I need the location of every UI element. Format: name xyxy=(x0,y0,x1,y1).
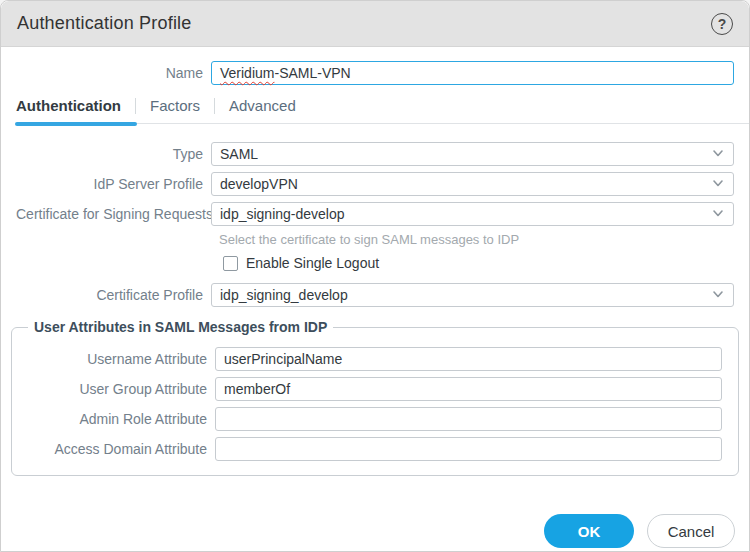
question-mark-glyph: ? xyxy=(718,16,727,32)
type-select[interactable]: SAML xyxy=(211,142,734,166)
certificate-hint-text: Select the certificate to sign SAML mess… xyxy=(211,232,734,247)
enable-single-logout-checkbox[interactable] xyxy=(223,256,238,271)
idp-server-profile-label: IdP Server Profile xyxy=(16,176,203,192)
dialog-title: Authentication Profile xyxy=(17,13,192,34)
access-domain-attribute-row: Access Domain Attribute xyxy=(12,437,722,461)
username-attribute-row: Username Attribute xyxy=(12,347,722,371)
tab-factors[interactable]: Factors xyxy=(136,97,214,124)
chevron-down-icon xyxy=(711,146,725,163)
cancel-button[interactable]: Cancel xyxy=(647,514,735,548)
certificate-signing-requests-value: idp_signing-develop xyxy=(220,206,345,222)
certificate-hint-row: Select the certificate to sign SAML mess… xyxy=(16,232,734,247)
certificate-signing-requests-label: Certificate for Signing Requests xyxy=(16,206,203,222)
type-label: Type xyxy=(16,146,203,162)
type-select-value: SAML xyxy=(220,146,258,162)
dialog-titlebar: Authentication Profile ? xyxy=(1,1,749,47)
access-domain-attribute-input[interactable] xyxy=(215,437,722,461)
username-attribute-input[interactable] xyxy=(215,347,722,371)
user-attributes-legend: User Attributes in SAML Messages from ID… xyxy=(28,319,333,335)
user-attributes-group: User Attributes in SAML Messages from ID… xyxy=(11,319,739,476)
enable-single-logout-row: Enable Single Logout xyxy=(16,255,734,271)
ok-button[interactable]: OK xyxy=(544,514,634,548)
certificate-signing-requests-select[interactable]: idp_signing-develop xyxy=(211,202,734,226)
certificate-signing-requests-row: Certificate for Signing Requests idp_sig… xyxy=(16,202,734,226)
authentication-tab-panel: Type SAML IdP Server Profile developVPN xyxy=(16,142,734,307)
enable-single-logout-label: Enable Single Logout xyxy=(246,255,379,271)
enable-single-logout-control[interactable]: Enable Single Logout xyxy=(211,255,734,271)
tab-strip: Authentication Factors Advanced xyxy=(16,97,734,124)
dialog-body: Name Veridium-SAML-VPN Authentication Fa… xyxy=(1,47,749,307)
idp-server-profile-row: IdP Server Profile developVPN xyxy=(16,172,734,196)
chevron-down-icon xyxy=(711,176,725,193)
name-input[interactable]: Veridium-SAML-VPN xyxy=(211,61,734,85)
admin-role-attribute-row: Admin Role Attribute xyxy=(12,407,722,431)
name-value-rest: -SAML-VPN xyxy=(274,65,350,81)
chevron-down-icon xyxy=(711,287,725,304)
certificate-profile-value: idp_signing_develop xyxy=(220,287,348,303)
user-group-attribute-row: User Group Attribute xyxy=(12,377,722,401)
certificate-profile-select[interactable]: idp_signing_develop xyxy=(211,283,734,307)
name-value-misspelled: Veridium xyxy=(220,65,274,81)
type-row: Type SAML xyxy=(16,142,734,166)
user-group-attribute-label: User Group Attribute xyxy=(12,381,207,397)
name-control: Veridium-SAML-VPN xyxy=(211,61,734,85)
tab-advanced[interactable]: Advanced xyxy=(215,97,310,124)
idp-server-profile-value: developVPN xyxy=(220,176,298,192)
dialog-footer: OK Cancel xyxy=(1,514,749,548)
chevron-down-icon xyxy=(711,206,725,223)
admin-role-attribute-input[interactable] xyxy=(215,407,722,431)
user-group-attribute-input[interactable] xyxy=(215,377,722,401)
certificate-profile-label: Certificate Profile xyxy=(16,287,203,303)
tab-authentication[interactable]: Authentication xyxy=(16,97,135,124)
admin-role-attribute-label: Admin Role Attribute xyxy=(12,411,207,427)
help-icon[interactable]: ? xyxy=(711,13,733,35)
authentication-profile-dialog: Authentication Profile ? Name Veridium-S… xyxy=(0,0,750,552)
idp-server-profile-select[interactable]: developVPN xyxy=(211,172,734,196)
username-attribute-label: Username Attribute xyxy=(12,351,207,367)
tab-bar: Authentication Factors Advanced xyxy=(16,97,734,124)
name-label: Name xyxy=(16,65,203,81)
name-row: Name Veridium-SAML-VPN xyxy=(16,61,734,85)
certificate-profile-row: Certificate Profile idp_signing_develop xyxy=(16,283,734,307)
access-domain-attribute-label: Access Domain Attribute xyxy=(12,441,207,457)
